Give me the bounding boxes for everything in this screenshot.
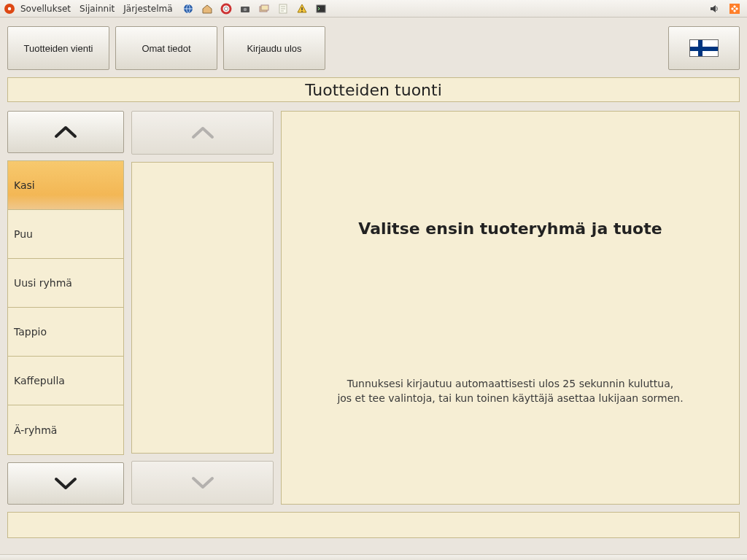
content-headline: Valitse ensin tuoteryhmä ja tuote: [358, 219, 662, 238]
terminal-icon[interactable]: [314, 2, 328, 15]
category-item[interactable]: Puu: [8, 210, 123, 259]
svg-rect-8: [261, 5, 268, 10]
panel-launchers: [182, 2, 328, 15]
chevron-down-icon: [53, 475, 78, 491]
flag-finland-icon: [689, 39, 719, 57]
category-scroll-down-button[interactable]: [7, 462, 124, 505]
app-window: Tuotteiden vienti Omat tiedot Kirjaudu u…: [0, 18, 747, 560]
category-list: KasiPuuUusi ryhmäTappioKaffepullaÄ-ryhmä: [7, 160, 124, 455]
panel-menu-places[interactable]: Sijainnit: [75, 4, 119, 14]
product-scroll-up-button[interactable]: [131, 111, 274, 155]
panel-menu-system[interactable]: Järjestelmä: [119, 4, 177, 14]
svg-rect-11: [301, 11, 302, 12]
category-scroll-up-button[interactable]: [7, 111, 124, 153]
panel-menu-apps[interactable]: Sovellukset: [16, 4, 75, 14]
status-bar: [7, 512, 740, 538]
content-info: Tunnuksesi kirjautuu automaattisesti ulo…: [337, 376, 683, 406]
page-title: Tuotteiden tuonti: [7, 77, 740, 102]
system-top-panel: Sovellukset Sijainnit Järjestelmä: [0, 0, 747, 18]
globe-icon[interactable]: [182, 2, 195, 15]
app-indicator-icon[interactable]: [728, 2, 741, 15]
content-panel: Valitse ensin tuoteryhmä ja tuote Tunnuk…: [281, 111, 740, 505]
product-column: [131, 111, 274, 505]
logout-button[interactable]: Kirjaudu ulos: [223, 26, 325, 70]
system-bottom-panel: [0, 554, 747, 560]
volume-icon[interactable]: [708, 2, 721, 15]
category-item[interactable]: Kasi: [8, 161, 123, 210]
svg-point-1: [8, 7, 11, 9]
chevron-up-icon: [190, 125, 215, 141]
ubuntu-logo-icon: [3, 2, 16, 15]
category-item[interactable]: Uusi ryhmä: [8, 259, 123, 308]
camera-icon[interactable]: [239, 2, 252, 15]
warning-icon[interactable]: [295, 2, 309, 15]
product-scroll-down-button[interactable]: [131, 461, 274, 505]
export-products-button[interactable]: Tuotteiden vienti: [7, 26, 109, 70]
product-list: [131, 162, 274, 454]
svg-point-6: [243, 7, 247, 11]
content-info-line2: jos et tee valintoja, tai kun toinen käy…: [337, 392, 683, 404]
category-item[interactable]: Ä-ryhmä: [8, 405, 123, 454]
lifebuoy-icon[interactable]: [220, 2, 233, 15]
top-button-row: Tuotteiden vienti Omat tiedot Kirjaudu u…: [7, 26, 740, 70]
panel-tray-right: [708, 2, 744, 15]
category-item[interactable]: Tappio: [8, 308, 123, 357]
chevron-down-icon: [190, 475, 215, 491]
chevron-up-icon: [53, 124, 78, 140]
category-item[interactable]: Kaffepulla: [8, 357, 123, 405]
category-column: KasiPuuUusi ryhmäTappioKaffepullaÄ-ryhmä: [7, 111, 124, 505]
own-info-button[interactable]: Omat tiedot: [115, 26, 217, 70]
svg-point-4: [224, 7, 228, 10]
content-info-line1: Tunnuksesi kirjautuu automaattisesti ulo…: [347, 378, 674, 389]
folder-stack-icon[interactable]: [258, 2, 271, 15]
svg-rect-12: [317, 5, 325, 12]
locale-flag-button[interactable]: [668, 26, 740, 70]
home-icon[interactable]: [201, 2, 214, 15]
note-icon[interactable]: [276, 2, 290, 15]
svg-rect-10: [301, 7, 302, 10]
main-area: KasiPuuUusi ryhmäTappioKaffepullaÄ-ryhmä…: [7, 111, 740, 505]
